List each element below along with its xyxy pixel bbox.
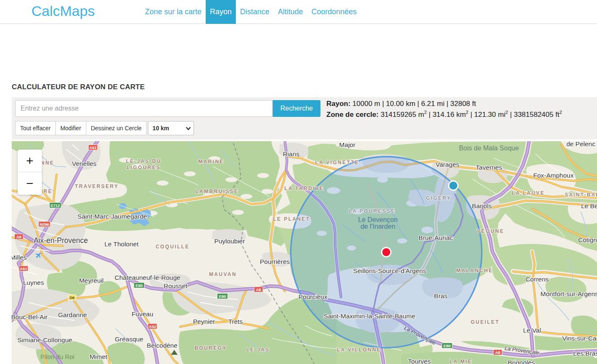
svg-text:E80: E80 <box>444 343 451 348</box>
svg-text:A51: A51 <box>20 266 27 271</box>
svg-text:Gardanne: Gardanne <box>58 311 87 318</box>
svg-text:Le Bess: Le Bess <box>581 202 597 209</box>
svg-text:Puyloubier: Puyloubier <box>214 238 245 245</box>
svg-text:Vins-sur-Cara: Vins-sur-Cara <box>562 335 597 342</box>
svg-text:Meyreuil: Meyreuil <box>79 277 104 284</box>
svg-text:Brue-Auriac: Brue-Auriac <box>419 234 453 241</box>
svg-text:LE JAS DU: LE JAS DU <box>126 158 161 164</box>
svg-text:Rousset: Rousset <box>164 282 188 289</box>
svg-text:Major: Major <box>339 141 356 148</box>
svg-text:Brignoles: Brignoles <box>508 359 535 364</box>
svg-text:COQUILLE: COQUILLE <box>155 244 189 250</box>
svg-text:Saint-Marc-Jaumegarde: Saint-Marc-Jaumegarde <box>78 213 147 220</box>
svg-text:LE PLANET: LE PLANET <box>273 216 310 222</box>
svg-text:LA POURESSE: LA POURESSE <box>349 208 395 214</box>
svg-text:Le Devençon: Le Devençon <box>358 216 398 223</box>
svg-text:BOURÉGY: BOURÉGY <box>194 345 227 351</box>
svg-text:Bouc-Bel-Air: Bouc-Bel-Air <box>12 313 48 320</box>
svg-text:Luynes: Luynes <box>23 279 44 286</box>
svg-text:Mimet: Mimet <box>90 353 108 360</box>
svg-text:GUEILET: GUEILET <box>471 319 500 325</box>
svg-text:LE JAS: LE JAS <box>246 347 270 353</box>
svg-text:A52: A52 <box>149 324 156 329</box>
svg-text:LA MIE: LA MIE <box>450 359 473 364</box>
svg-text:Peynier: Peynier <box>193 318 215 325</box>
svg-text:Bras: Bras <box>434 292 447 299</box>
svg-text:Le Val: Le Val <box>523 327 541 334</box>
svg-text:SAINT-BARN: SAINT-BARN <box>565 192 597 198</box>
svg-text:de l'Inarden: de l'Inarden <box>360 223 395 230</box>
svg-text:Venelles: Venelles <box>72 160 97 167</box>
svg-text:Rians: Rians <box>283 150 300 157</box>
svg-text:Milles: Milles <box>12 254 27 261</box>
svg-text:LA VIGNETTE: LA VIGNETTE <box>315 160 359 165</box>
svg-text:Pourcieux: Pourcieux <box>299 293 328 300</box>
svg-text:TRAVERSERY: TRAVERSERY <box>75 183 119 189</box>
svg-text:de Pelenc: de Pelenc <box>566 141 595 147</box>
svg-text:E80: E80 <box>219 294 226 299</box>
svg-text:Aix-en-Provence: Aix-en-Provence <box>34 236 88 245</box>
svg-text:Châteauneuf-le-Rouge: Châteauneuf-le-Rouge <box>115 274 181 281</box>
svg-text:MAUVAN: MAUVAN <box>209 271 237 277</box>
svg-text:Trets: Trets <box>228 318 243 325</box>
svg-text:Cotigna: Cotigna <box>578 236 597 243</box>
svg-text:Bois de Mala Soque: Bois de Mala Soque <box>459 145 519 152</box>
svg-text:E80: E80 <box>136 283 143 288</box>
svg-text:Fuveau: Fuveau <box>132 310 153 318</box>
svg-text:VÉOUNE: VÉOUNE <box>477 228 504 234</box>
svg-text:MARINE: MARINE <box>198 159 224 165</box>
svg-text:Correns: Correns <box>525 276 548 283</box>
svg-text:Le Tholonet: Le Tholonet <box>104 240 139 248</box>
svg-text:LA LAUVE: LA LAUVE <box>512 190 545 196</box>
svg-text:GIGERY: GIGERY <box>426 195 452 201</box>
svg-text:A8: A8 <box>256 287 261 292</box>
svg-text:D6: D6 <box>70 295 75 300</box>
svg-text:Pourrières: Pourrières <box>260 258 290 265</box>
svg-text:Barjols: Barjols <box>472 202 492 209</box>
svg-text:A8: A8 <box>16 235 21 239</box>
svg-text:Simiane-Collongue: Simiane-Collongue <box>18 336 72 343</box>
svg-text:Les Brase: Les Brase <box>573 350 597 357</box>
svg-text:E712: E712 <box>51 203 60 208</box>
svg-text:LAMBRUISSE: LAMBRUISSE <box>195 188 238 194</box>
svg-text:N296: N296 <box>40 222 49 227</box>
svg-text:A51: A51 <box>89 145 97 150</box>
svg-text:Varages: Varages <box>436 161 460 168</box>
svg-text:Montfort-sur-Argens: Montfort-sur-Argens <box>540 290 597 297</box>
svg-text:Saint-Maximin-la-Sainte-Baume: Saint-Maximin-la-Sainte-Baume <box>324 312 416 320</box>
svg-text:Seillons-Source-d'Argens: Seillons-Source-d'Argens <box>353 267 426 274</box>
svg-text:Fox-Amphoux: Fox-Amphoux <box>533 172 574 179</box>
svg-text:A8: A8 <box>495 350 500 355</box>
svg-text:LA VILLONNE: LA VILLONNE <box>337 347 381 353</box>
svg-text:Gréasque: Gréasque <box>115 336 143 343</box>
svg-text:LA TARDIVE: LA TARDIVE <box>284 186 324 191</box>
svg-text:Pilon du Roi: Pilon du Roi <box>41 353 75 360</box>
svg-text:LIGOURÈS: LIGOURÈS <box>127 164 161 170</box>
svg-text:Tavernes: Tavernes <box>476 164 502 171</box>
svg-text:Belcodène: Belcodène <box>147 342 177 349</box>
svg-text:Tourves: Tourves <box>408 358 431 364</box>
svg-text:MALANCHE: MALANCHE <box>456 268 493 274</box>
